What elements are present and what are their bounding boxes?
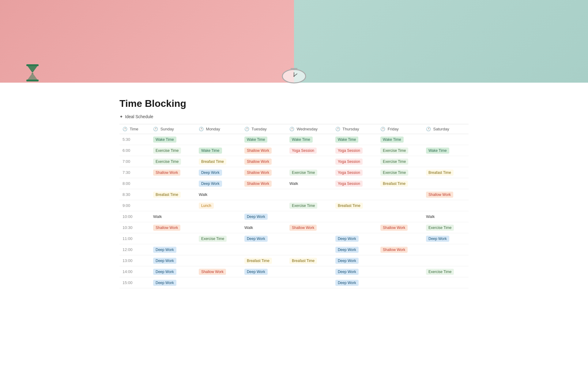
cell-tuesday: Shallow Work [241, 167, 286, 178]
tag-wake[interactable]: Wake Time [426, 148, 449, 154]
cell-tuesday [241, 277, 286, 288]
cell-monday [196, 277, 241, 288]
tag-exercise[interactable]: Exercise Time [289, 203, 317, 209]
tag-breakfast[interactable]: Breafast Time [244, 258, 272, 264]
cell-monday [196, 222, 241, 233]
tag-deep[interactable]: Deep Work [244, 236, 268, 242]
svg-point-7 [293, 76, 295, 77]
cell-wednesday: Wake Time [286, 134, 332, 145]
tag-yoga[interactable]: Yoga Session [335, 159, 363, 165]
tag-exercise[interactable]: Exercise Time [426, 225, 454, 231]
tag-wake[interactable]: Wake Time [335, 137, 359, 143]
tag-shallow[interactable]: Shallow Work [244, 159, 272, 165]
cell-sunday: Breafast Time [150, 189, 196, 200]
cell-sunday: Deep Work [150, 255, 196, 266]
cell-tuesday [241, 189, 286, 200]
tag-exercise[interactable]: Exercise Time [380, 159, 408, 165]
tag-breakfast[interactable]: Breafast Time [153, 192, 181, 198]
tag-exercise[interactable]: Exercise Time [153, 159, 181, 165]
tag-wake[interactable]: Wake Time [380, 137, 404, 143]
tag-breakfast[interactable]: Breafast Time [289, 258, 317, 264]
tag-walk[interactable]: Walk [289, 181, 298, 186]
time-cell: 5:30 [119, 134, 150, 145]
schedule-label-text: Ideal Schedule [125, 114, 153, 119]
tag-breakfast[interactable]: Breafast Time [380, 181, 408, 187]
tag-shallow[interactable]: Shallow Work [153, 225, 180, 231]
tag-shallow[interactable]: Shallow Work [244, 181, 272, 187]
tag-walk[interactable]: Walk [426, 214, 435, 219]
tag-deep[interactable]: Deep Work [426, 236, 449, 242]
hero-banner [0, 0, 588, 83]
tag-yoga[interactable]: Yoga Session [289, 148, 317, 154]
page-title: Time Blocking [119, 98, 469, 109]
tag-wake[interactable]: Wake Time [289, 137, 313, 143]
tag-deep[interactable]: Deep Work [153, 280, 176, 286]
tag-shallow[interactable]: Shallow Work [244, 170, 272, 176]
tag-deep[interactable]: Deep Work [244, 214, 268, 220]
tag-walk[interactable]: Walk [153, 214, 162, 219]
cell-monday [196, 255, 241, 266]
table-row: 14:00Deep WorkShallow WorkDeep WorkDeep … [119, 266, 469, 277]
tag-deep[interactable]: Deep Work [199, 181, 222, 187]
tag-shallow[interactable]: Shallow Work [380, 225, 408, 231]
tag-yoga[interactable]: Yoga Session [335, 148, 363, 154]
cell-friday: Exercise Time [377, 167, 423, 178]
tag-exercise[interactable]: Exercise Time [380, 148, 408, 154]
cell-saturday [423, 277, 469, 288]
cell-thursday [332, 189, 377, 200]
cell-monday: Breafast Time [196, 156, 241, 167]
tag-exercise[interactable]: Exercise Time [289, 170, 317, 176]
cell-thursday: Yoga Session [332, 167, 377, 178]
tag-wake[interactable]: Wake Time [199, 148, 222, 154]
tag-shallow[interactable]: Shallow Work [199, 269, 226, 275]
tag-deep[interactable]: Deep Work [244, 269, 268, 275]
tag-exercise[interactable]: Exercise Time [199, 236, 227, 242]
table-header-row: 🕐 Time 🕐 Sunday 🕐 Monday 🕐 Tuesday 🕐 [119, 124, 469, 134]
tag-shallow[interactable]: Shallow Work [289, 225, 317, 231]
table-row: 13:00Deep WorkBreafast TimeBreafast Time… [119, 255, 469, 266]
tag-deep[interactable]: Deep Work [335, 258, 359, 264]
tag-deep[interactable]: Deep Work [153, 258, 176, 264]
tag-shallow[interactable]: Shallow Work [426, 192, 453, 198]
tag-breakfast[interactable]: Breafast Time [335, 203, 363, 209]
cell-saturday: Deep Work [423, 233, 469, 244]
schedule-label[interactable]: ✦ Ideal Schedule [119, 114, 469, 119]
cell-saturday: Walk [423, 211, 469, 222]
tag-walk[interactable]: Walk [244, 225, 253, 230]
cell-monday [196, 211, 241, 222]
clock-decoration [280, 67, 308, 85]
tag-deep[interactable]: Deep Work [335, 280, 359, 286]
tag-wake[interactable]: Wake Time [153, 137, 176, 143]
tag-exercise[interactable]: Exercise Time [380, 170, 408, 176]
cell-friday: Exercise Time [377, 145, 423, 156]
tag-exercise[interactable]: Exercise Time [426, 269, 454, 275]
cell-monday: Walk [196, 189, 241, 200]
col-header-time: 🕐 Time [119, 124, 150, 134]
time-cell: 8:00 [119, 178, 150, 189]
tag-shallow[interactable]: Shallow Work [380, 247, 408, 253]
hourglass-icon [24, 64, 40, 86]
tag-shallow[interactable]: Shallow Work [153, 170, 180, 176]
cell-saturday: Exercise Time [423, 222, 469, 233]
tag-deep[interactable]: Deep Work [335, 236, 359, 242]
time-cell: 13:00 [119, 255, 150, 266]
tag-yoga[interactable]: Yoga Session [335, 181, 363, 187]
cell-tuesday [241, 244, 286, 255]
cell-thursday: Deep Work [332, 277, 377, 288]
tag-yoga[interactable]: Yoga Session [335, 170, 363, 176]
col-header-saturday: 🕐 Saturday [423, 124, 469, 134]
tag-walk[interactable]: Walk [199, 192, 207, 197]
tag-breakfast[interactable]: Breafast Time [426, 170, 454, 176]
tag-lunch[interactable]: Lunch [199, 203, 214, 209]
tag-deep[interactable]: Deep Work [153, 247, 176, 253]
tag-deep[interactable]: Deep Work [199, 170, 222, 176]
tag-shallow[interactable]: Shallow Work [244, 148, 272, 154]
tag-breakfast[interactable]: Breafast Time [199, 159, 226, 165]
tag-deep[interactable]: Deep Work [153, 269, 176, 275]
tag-wake[interactable]: Wake Time [244, 137, 268, 143]
svg-rect-1 [26, 80, 39, 81]
tag-deep[interactable]: Deep Work [335, 247, 359, 253]
tag-deep[interactable]: Deep Work [335, 269, 359, 275]
time-cell: 6:00 [119, 145, 150, 156]
tag-exercise[interactable]: Exercise Time [153, 148, 181, 154]
